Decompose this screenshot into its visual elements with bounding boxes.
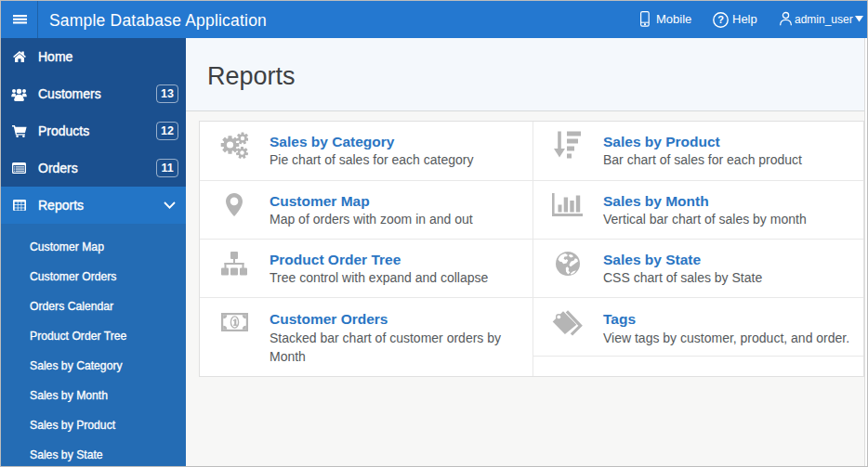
- svg-text:?: ?: [717, 14, 724, 25]
